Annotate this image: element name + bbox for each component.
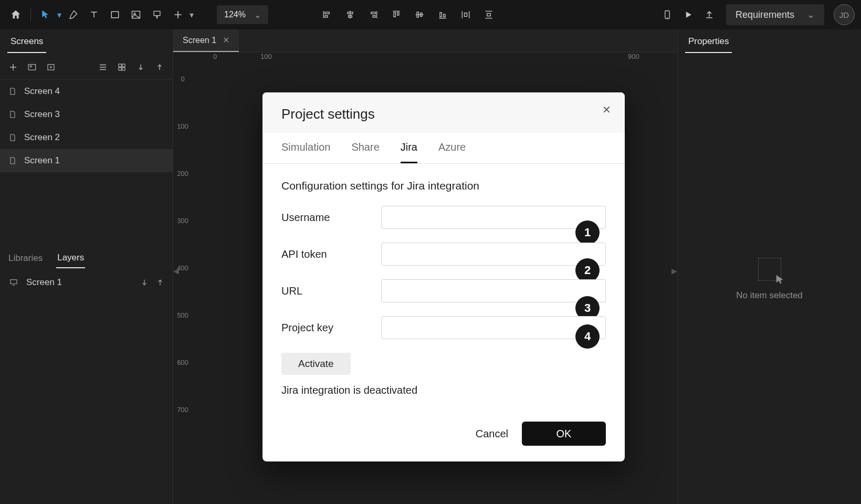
text-tool-icon[interactable] (85, 5, 103, 24)
page-icon (8, 110, 17, 119)
screen-item[interactable]: Screen 3 (0, 103, 173, 126)
modal-tabs: Simulation Share Jira Azure (262, 133, 625, 164)
align-bottom-icon[interactable] (433, 5, 452, 24)
svg-rect-21 (119, 64, 121, 67)
list-view-icon[interactable] (95, 59, 111, 75)
api-token-input[interactable] (381, 243, 606, 266)
svg-rect-22 (122, 64, 125, 67)
svg-rect-4 (325, 16, 328, 17)
align-top-icon[interactable] (387, 5, 406, 24)
url-input[interactable] (381, 279, 606, 302)
screens-toolbar (0, 55, 173, 80)
tab-azure[interactable]: Azure (438, 133, 466, 163)
tab-simulation[interactable]: Simulation (281, 133, 330, 163)
svg-rect-8 (373, 16, 375, 17)
page-icon (8, 133, 17, 142)
pen-tool-icon[interactable] (64, 5, 82, 24)
select-tool-chevron-icon[interactable]: ▾ (57, 10, 61, 20)
panel-collapse-right-icon[interactable]: ▶ (671, 267, 677, 275)
svg-rect-15 (464, 13, 467, 17)
play-icon[interactable] (679, 5, 698, 24)
tab-share[interactable]: Share (351, 133, 379, 163)
add-tool-icon[interactable] (169, 5, 187, 24)
align-left-icon[interactable] (318, 5, 337, 24)
align-center-h-icon[interactable] (341, 5, 360, 24)
section-title: Configuration settings for Jira integrat… (281, 180, 606, 192)
new-image-icon[interactable] (24, 59, 40, 75)
arrow-up-icon[interactable] (156, 278, 164, 287)
screen-item-label: Screen 4 (24, 86, 60, 97)
screen-item[interactable]: Screen 2 (0, 126, 173, 149)
distribute-v-icon[interactable] (479, 5, 498, 24)
left-panel: Screens Screen 4 Screen 3 Screen 2 (0, 29, 173, 504)
ok-button[interactable]: OK (522, 422, 606, 446)
svg-rect-14 (444, 14, 445, 17)
svg-rect-3 (325, 12, 329, 14)
align-middle-icon[interactable] (410, 5, 429, 24)
panel-collapse-left-icon[interactable]: ◀ (173, 267, 179, 275)
ruler-tick: 200 (173, 170, 192, 177)
svg-rect-7 (371, 12, 375, 14)
username-input[interactable] (381, 206, 606, 229)
chevron-down-icon: ⌄ (254, 10, 261, 20)
screens-list: Screen 4 Screen 3 Screen 2 Screen 1 (0, 80, 173, 172)
activate-button[interactable]: Activate (281, 353, 351, 375)
screen-item-label: Screen 1 (24, 155, 60, 166)
svg-rect-18 (28, 64, 36, 70)
layers-tab[interactable]: Layers (56, 248, 85, 268)
ruler-tick: 900 (628, 52, 639, 60)
ruler-tick: 700 (173, 406, 192, 414)
project-key-label: Project key (281, 322, 381, 334)
tab-jira[interactable]: Jira (401, 133, 417, 163)
hotspot-tool-icon[interactable] (148, 5, 166, 24)
select-tool-icon[interactable] (36, 5, 55, 24)
screen-item[interactable]: Screen 4 (0, 80, 173, 103)
libraries-tab[interactable]: Libraries (7, 249, 44, 268)
separator (30, 8, 31, 21)
cancel-button[interactable]: Cancel (476, 428, 508, 440)
upload-icon[interactable] (700, 5, 719, 24)
close-icon[interactable]: ✕ (223, 35, 229, 45)
page-icon (8, 87, 17, 96)
expand-icon[interactable] (152, 59, 167, 75)
layer-row[interactable]: Screen 1 (0, 271, 173, 294)
new-folder-icon[interactable] (43, 59, 59, 75)
home-icon[interactable] (6, 5, 25, 24)
integration-status: Jira integration is deactivated (281, 384, 606, 396)
monitor-icon (8, 278, 19, 287)
ruler-tick: 0 (173, 75, 192, 83)
align-right-icon[interactable] (364, 5, 383, 24)
chevron-down-icon: ⌄ (807, 9, 815, 20)
properties-tab[interactable]: Properties (685, 31, 732, 53)
add-tool-chevron-icon[interactable]: ▾ (190, 10, 194, 20)
ruler-tick: 100 (260, 52, 272, 60)
avatar[interactable]: JD (834, 4, 855, 25)
project-key-input[interactable] (381, 316, 606, 339)
arrow-down-icon[interactable] (140, 278, 149, 287)
canvas[interactable]: Screen 1 ✕ 0 100 900 0 100 200 300 400 5… (173, 29, 677, 504)
canvas-tab[interactable]: Screen 1 ✕ (173, 29, 239, 52)
distribute-h-icon[interactable] (456, 5, 475, 24)
collapse-icon[interactable] (133, 59, 149, 75)
rectangle-tool-icon[interactable] (106, 5, 124, 24)
image-tool-icon[interactable] (127, 5, 145, 24)
zoom-dropdown[interactable]: 124% ⌄ (217, 5, 268, 24)
device-preview-icon[interactable] (658, 5, 677, 24)
screens-tab[interactable]: Screens (7, 31, 46, 53)
ruler-tick: 0 (213, 52, 217, 60)
svg-rect-24 (122, 67, 125, 70)
ruler-vertical: 0 100 200 300 400 500 600 700 (173, 68, 192, 504)
grid-view-icon[interactable] (114, 59, 130, 75)
requirements-label: Requirements (736, 9, 794, 20)
svg-rect-0 (111, 12, 118, 18)
screen-item-label: Screen 3 (24, 109, 60, 120)
svg-point-19 (30, 66, 32, 67)
page-icon (8, 156, 17, 165)
canvas-tab-label: Screen 1 (183, 36, 216, 45)
svg-rect-13 (440, 13, 442, 17)
screen-item[interactable]: Screen 1 (0, 149, 173, 172)
new-screen-icon[interactable] (5, 59, 21, 75)
close-icon[interactable]: ✕ (598, 102, 614, 118)
ruler-horizontal: 0 100 900 (192, 52, 677, 68)
requirements-dropdown[interactable]: Requirements ⌄ (726, 4, 824, 25)
